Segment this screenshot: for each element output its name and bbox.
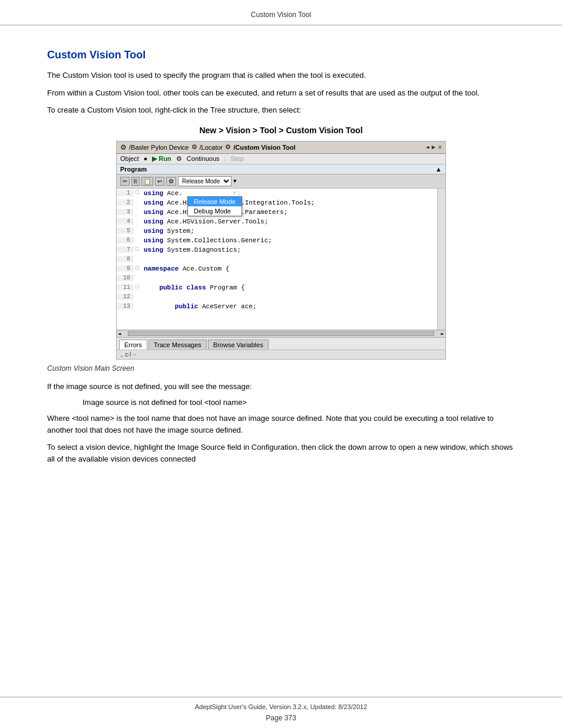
code-line-5: 5 using System; (117, 228, 445, 237)
titlebar-bold: /Custom Vision Tool (233, 144, 295, 151)
nav-forward-icon[interactable]: ▶ (432, 143, 436, 151)
section-title: Custom Vision Tool (47, 49, 515, 61)
locator-icon: ⚙ (191, 143, 197, 151)
toolbar-sep2: | (224, 155, 226, 162)
scrollbar-track[interactable] (128, 331, 434, 336)
mode-select[interactable]: Release Mode Debug Mode (178, 176, 232, 186)
tab-errors[interactable]: Errors (119, 340, 147, 350)
page-footer: AdeptSight User's Guide, Version 3.2.x, … (0, 697, 562, 714)
close-icon[interactable]: ✕ (438, 143, 442, 151)
run-triangle-icon: ▶ (152, 155, 157, 163)
collapse-icon[interactable]: ▲ (435, 166, 442, 173)
tab-browse[interactable]: Browse Variables (208, 340, 269, 350)
mode-dropdown-arrow[interactable]: ▼ (233, 178, 236, 184)
code-line-9: 9 □ namespace Ace.Custom { (117, 265, 445, 275)
run-button[interactable]: ▶ Run (152, 155, 171, 163)
page-content: Custom Vision Tool The Custom Vision too… (0, 25, 562, 697)
dropdown-debug[interactable]: Debug Mode (188, 206, 242, 216)
horizontal-scrollbar[interactable]: ◄ ► (117, 330, 445, 337)
header-title: Custom Vision Tool (251, 11, 311, 19)
titlebar-left: ⚙ /Basler Pylon Device ⚙ /Locator ⚙ /Cus… (120, 143, 296, 151)
stop-button[interactable]: Stop (230, 155, 244, 162)
body-para3: To select a vision device, highlight the… (47, 442, 515, 465)
scroll-right-icon[interactable]: ► (441, 331, 444, 337)
program-icons: ✂ ⎘ 📋 ↩ ⚙ Release Mode Debug Mode ▼ (117, 174, 445, 189)
body-para2: Where <tool name> is the tool name that … (47, 413, 515, 436)
code-line-10: 10 (117, 275, 445, 284)
toolbar-separator: ● (144, 155, 148, 162)
code-line-11: 11 □ public class Program { (117, 284, 445, 294)
continuous-icon: ⚙ (176, 155, 182, 163)
cut-button[interactable]: ✂ (120, 177, 130, 186)
titlebar-right: ◄ ▶ ✕ (425, 143, 442, 151)
titlebar-locator: /Locator (200, 144, 223, 151)
intro-para2: From within a Custom Vision tool, other … (47, 87, 515, 99)
screenshot-caption: Custom Vision Main Screen (47, 364, 515, 373)
scroll-left-icon[interactable]: ◄ (118, 331, 121, 337)
intro-para1: The Custom Vision tool is used to specif… (47, 70, 515, 81)
code-line-2: 2 using Ace.HSVision.Server.Integration.… (117, 199, 445, 209)
nav-back-icon[interactable]: ◄ (425, 143, 429, 151)
titlebar-path: /Basler Pylon Device (129, 144, 189, 151)
object-button[interactable]: Object (120, 155, 139, 162)
code-line-3: 3 using Ace.HSVision.Server.Parameters; (117, 209, 445, 218)
code-line-12: 12 (117, 294, 445, 303)
code-line-4: 4 using Ace.HSVision.Server.Tools; (117, 218, 445, 228)
page-header: Custom Vision Tool (0, 0, 562, 25)
mode-dropdown[interactable]: Release Mode Debug Mode (187, 196, 242, 216)
code-line-8: 8 (117, 256, 445, 265)
screenshot-container: ⚙ /Basler Pylon Device ⚙ /Locator ⚙ /Cus… (116, 141, 446, 360)
nav-instruction: New > Vision > Tool > Custom Vision Tool (47, 126, 515, 135)
intro-para3: To create a Custom Vision tool, right-cl… (47, 104, 515, 116)
body-para1: If the image source is not defined, you … (47, 381, 515, 393)
code-line-1: 1 □ using Ace. r; (117, 190, 445, 199)
code-line-6: 6 using System.Collections.Generic; (117, 237, 445, 246)
code-area: Release Mode Debug Mode 1 □ using Ace. r… (117, 189, 445, 330)
screenshot-toolbar: Object ● ▶ Run ⚙ Continuous | Stop (117, 154, 445, 164)
gear-icon: ⚙ (120, 143, 127, 151)
bottom-tabs: Errors Trace Messages Browse Variables (117, 337, 445, 350)
error-message: Image source is not defined for tool <to… (47, 398, 515, 407)
program-label: Program (120, 166, 147, 173)
undo-button[interactable]: ↩ (155, 177, 164, 186)
status-text: .. c·l ·· (120, 351, 136, 358)
dropdown-release[interactable]: Release Mode (188, 197, 242, 206)
program-header: Program ▲ (117, 164, 445, 174)
custom-icon: ⚙ (225, 143, 231, 151)
status-bar: .. c·l ·· (117, 350, 445, 359)
footer-guide: AdeptSight User's Guide, Version 3.2.x, … (0, 703, 562, 710)
vertical-scrollbar[interactable] (437, 189, 445, 330)
tab-trace[interactable]: Trace Messages (148, 340, 207, 350)
paste-button[interactable]: 📋 (141, 177, 153, 186)
settings-button[interactable]: ⚙ (166, 177, 176, 186)
continuous-button[interactable]: Continuous (187, 155, 220, 162)
code-line-13: 13 public AceServer ace; (117, 303, 445, 312)
page-number: Page 373 (0, 714, 562, 728)
copy-button[interactable]: ⎘ (131, 177, 140, 186)
screenshot-titlebar: ⚙ /Basler Pylon Device ⚙ /Locator ⚙ /Cus… (117, 141, 445, 154)
code-line-7: 7 □ using System.Diagnostics; (117, 246, 445, 256)
